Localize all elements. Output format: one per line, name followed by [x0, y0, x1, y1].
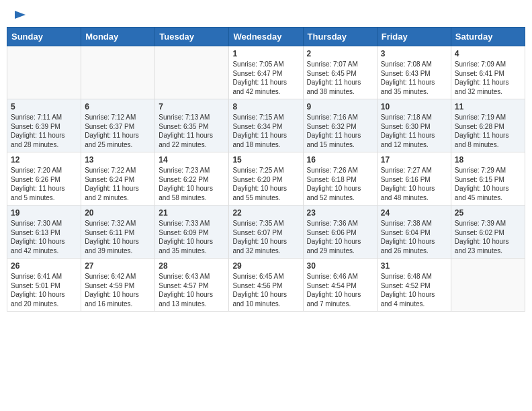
calendar-day-cell: 10Sunrise: 7:18 AM Sunset: 6:30 PM Dayli…: [377, 99, 451, 152]
calendar-day-cell: 19Sunrise: 7:30 AM Sunset: 6:13 PM Dayli…: [7, 205, 81, 259]
logo: [12, 9, 27, 19]
day-info: Sunrise: 6:48 AM Sunset: 4:52 PM Dayligh…: [381, 272, 447, 308]
calendar-day-cell: 28Sunrise: 6:43 AM Sunset: 4:57 PM Dayli…: [155, 259, 229, 312]
calendar-day-cell: 26Sunrise: 6:41 AM Sunset: 5:01 PM Dayli…: [7, 259, 81, 312]
day-number: 20: [85, 208, 151, 218]
calendar-day-cell: 1Sunrise: 7:05 AM Sunset: 6:47 PM Daylig…: [229, 46, 303, 99]
day-number: 3: [381, 49, 447, 58]
day-of-week-header: Friday: [377, 28, 451, 46]
calendar-header-row: SundayMondayTuesdayWednesdayThursdayFrid…: [7, 28, 525, 46]
day-of-week-header: Monday: [81, 28, 155, 46]
day-info: Sunrise: 7:23 AM Sunset: 6:22 PM Dayligh…: [159, 166, 225, 202]
day-number: 11: [455, 102, 521, 111]
day-info: Sunrise: 7:33 AM Sunset: 6:09 PM Dayligh…: [159, 219, 225, 255]
calendar-day-cell: [81, 46, 155, 99]
day-info: Sunrise: 7:09 AM Sunset: 6:41 PM Dayligh…: [455, 60, 521, 96]
day-info: Sunrise: 7:30 AM Sunset: 6:13 PM Dayligh…: [11, 219, 77, 255]
day-of-week-header: Thursday: [303, 28, 377, 46]
calendar-day-cell: 17Sunrise: 7:27 AM Sunset: 6:16 PM Dayli…: [377, 152, 451, 205]
day-number: 10: [381, 102, 447, 111]
day-number: 22: [232, 208, 299, 218]
day-info: Sunrise: 7:38 AM Sunset: 6:04 PM Dayligh…: [381, 219, 447, 255]
day-number: 9: [307, 102, 373, 111]
day-number: 28: [159, 261, 225, 271]
day-of-week-header: Sunday: [7, 28, 81, 46]
calendar-day-cell: 24Sunrise: 7:38 AM Sunset: 6:04 PM Dayli…: [377, 205, 451, 259]
calendar-day-cell: 14Sunrise: 7:23 AM Sunset: 6:22 PM Dayli…: [155, 152, 229, 205]
day-number: 14: [159, 155, 225, 165]
day-number: 24: [381, 208, 447, 218]
day-number: 31: [381, 261, 447, 271]
day-number: 6: [85, 102, 151, 111]
calendar-day-cell: [451, 259, 525, 312]
day-number: 1: [232, 49, 299, 58]
calendar-day-cell: 16Sunrise: 7:26 AM Sunset: 6:18 PM Dayli…: [303, 152, 377, 205]
calendar-day-cell: 18Sunrise: 7:29 AM Sunset: 6:15 PM Dayli…: [451, 152, 525, 205]
day-number: 12: [11, 155, 77, 165]
day-info: Sunrise: 7:22 AM Sunset: 6:24 PM Dayligh…: [85, 166, 151, 202]
calendar-table: SundayMondayTuesdayWednesdayThursdayFrid…: [7, 27, 525, 312]
calendar-day-cell: 11Sunrise: 7:19 AM Sunset: 6:28 PM Dayli…: [451, 99, 525, 152]
day-info: Sunrise: 7:39 AM Sunset: 6:02 PM Dayligh…: [455, 219, 521, 255]
calendar-day-cell: 2Sunrise: 7:07 AM Sunset: 6:45 PM Daylig…: [303, 46, 377, 99]
day-info: Sunrise: 7:36 AM Sunset: 6:06 PM Dayligh…: [307, 219, 373, 255]
day-info: Sunrise: 7:27 AM Sunset: 6:16 PM Dayligh…: [381, 166, 447, 202]
day-number: 19: [11, 208, 77, 218]
day-number: 5: [11, 102, 77, 111]
calendar-week-row: 12Sunrise: 7:20 AM Sunset: 6:26 PM Dayli…: [7, 152, 525, 205]
calendar-day-cell: [7, 46, 81, 99]
day-number: 4: [455, 49, 521, 58]
day-number: 13: [85, 155, 151, 165]
calendar-day-cell: 8Sunrise: 7:15 AM Sunset: 6:34 PM Daylig…: [229, 99, 303, 152]
day-number: 8: [232, 102, 299, 111]
day-info: Sunrise: 6:45 AM Sunset: 4:56 PM Dayligh…: [232, 272, 299, 308]
calendar-week-row: 1Sunrise: 7:05 AM Sunset: 6:47 PM Daylig…: [7, 46, 525, 99]
day-info: Sunrise: 7:07 AM Sunset: 6:45 PM Dayligh…: [307, 60, 373, 96]
calendar-day-cell: 20Sunrise: 7:32 AM Sunset: 6:11 PM Dayli…: [81, 205, 155, 259]
day-info: Sunrise: 7:19 AM Sunset: 6:28 PM Dayligh…: [455, 113, 521, 149]
calendar-day-cell: 12Sunrise: 7:20 AM Sunset: 6:26 PM Dayli…: [7, 152, 81, 205]
day-of-week-header: Saturday: [451, 28, 525, 46]
day-info: Sunrise: 7:35 AM Sunset: 6:07 PM Dayligh…: [232, 219, 299, 255]
calendar-week-row: 26Sunrise: 6:41 AM Sunset: 5:01 PM Dayli…: [7, 259, 525, 312]
day-info: Sunrise: 7:11 AM Sunset: 6:39 PM Dayligh…: [11, 113, 77, 149]
calendar-day-cell: 22Sunrise: 7:35 AM Sunset: 6:07 PM Dayli…: [229, 205, 303, 259]
calendar-day-cell: 21Sunrise: 7:33 AM Sunset: 6:09 PM Dayli…: [155, 205, 229, 259]
day-info: Sunrise: 6:42 AM Sunset: 4:59 PM Dayligh…: [85, 272, 151, 308]
day-info: Sunrise: 6:43 AM Sunset: 4:57 PM Dayligh…: [159, 272, 225, 308]
calendar-day-cell: 3Sunrise: 7:08 AM Sunset: 6:43 PM Daylig…: [377, 46, 451, 99]
logo-flag-icon: [13, 9, 27, 23]
day-number: 16: [307, 155, 373, 165]
day-number: 21: [159, 208, 225, 218]
calendar-day-cell: 27Sunrise: 6:42 AM Sunset: 4:59 PM Dayli…: [81, 259, 155, 312]
day-number: 18: [455, 155, 521, 165]
day-number: 25: [455, 208, 521, 218]
day-number: 29: [232, 261, 299, 271]
day-of-week-header: Tuesday: [155, 28, 229, 46]
calendar-day-cell: 5Sunrise: 7:11 AM Sunset: 6:39 PM Daylig…: [7, 99, 81, 152]
day-number: 27: [85, 261, 151, 271]
day-number: 15: [232, 155, 299, 165]
calendar-day-cell: 29Sunrise: 6:45 AM Sunset: 4:56 PM Dayli…: [229, 259, 303, 312]
page-header: [7, 7, 525, 21]
day-info: Sunrise: 7:18 AM Sunset: 6:30 PM Dayligh…: [381, 113, 447, 149]
day-info: Sunrise: 7:15 AM Sunset: 6:34 PM Dayligh…: [232, 113, 299, 149]
day-info: Sunrise: 7:16 AM Sunset: 6:32 PM Dayligh…: [307, 113, 373, 149]
day-number: 2: [307, 49, 373, 58]
day-info: Sunrise: 7:20 AM Sunset: 6:26 PM Dayligh…: [11, 166, 77, 202]
day-info: Sunrise: 7:05 AM Sunset: 6:47 PM Dayligh…: [232, 60, 299, 96]
calendar-day-cell: 4Sunrise: 7:09 AM Sunset: 6:41 PM Daylig…: [451, 46, 525, 99]
calendar-day-cell: 25Sunrise: 7:39 AM Sunset: 6:02 PM Dayli…: [451, 205, 525, 259]
calendar-day-cell: 30Sunrise: 6:46 AM Sunset: 4:54 PM Dayli…: [303, 259, 377, 312]
day-info: Sunrise: 7:26 AM Sunset: 6:18 PM Dayligh…: [307, 166, 373, 202]
day-info: Sunrise: 7:13 AM Sunset: 6:35 PM Dayligh…: [159, 113, 225, 149]
calendar-day-cell: 6Sunrise: 7:12 AM Sunset: 6:37 PM Daylig…: [81, 99, 155, 152]
calendar-day-cell: [155, 46, 229, 99]
calendar-day-cell: 15Sunrise: 7:25 AM Sunset: 6:20 PM Dayli…: [229, 152, 303, 205]
day-info: Sunrise: 7:32 AM Sunset: 6:11 PM Dayligh…: [85, 219, 151, 255]
day-info: Sunrise: 7:08 AM Sunset: 6:43 PM Dayligh…: [381, 60, 447, 96]
calendar-week-row: 19Sunrise: 7:30 AM Sunset: 6:13 PM Dayli…: [7, 205, 525, 259]
day-number: 23: [307, 208, 373, 218]
calendar-day-cell: 7Sunrise: 7:13 AM Sunset: 6:35 PM Daylig…: [155, 99, 229, 152]
day-number: 17: [381, 155, 447, 165]
